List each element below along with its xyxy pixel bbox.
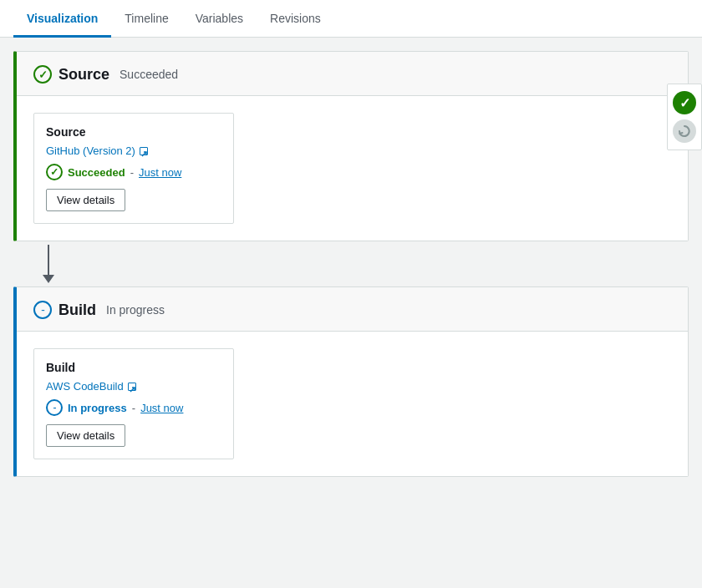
tab-timeline[interactable]: Timeline (111, 0, 181, 38)
stage-header-source: ✓SourceSucceeded (17, 52, 688, 96)
stage-status-icon-source: ✓ (33, 65, 52, 84)
side-badge-success: ✓ (673, 91, 696, 114)
arrow-line (48, 245, 49, 275)
stage-status-label-build: In progress (106, 303, 165, 317)
action-status-icon-build-action: ··· (46, 399, 63, 416)
stage-title-build: Build (58, 302, 96, 319)
stage-panel-source: ✓SourceSucceededSourceGitHub (Version 2)… (13, 51, 689, 241)
tab-visualization[interactable]: Visualization (13, 0, 111, 38)
stage-panel-build: ···BuildIn progressBuildAWS CodeBuild···… (13, 286, 689, 477)
arrow-down-icon (40, 245, 57, 283)
action-link-build-action[interactable]: AWS CodeBuild (46, 380, 136, 393)
arrow-head (43, 275, 54, 283)
action-separator-source-action: - (130, 166, 134, 179)
view-details-button-build-action[interactable]: View details (46, 424, 125, 447)
tab-revisions[interactable]: Revisions (257, 0, 334, 38)
tab-bar: VisualizationTimelineVariablesRevisions (0, 0, 702, 38)
side-badge-pending (673, 119, 696, 143)
action-status-label-source-action: Succeeded (68, 166, 125, 179)
view-details-button-source-action[interactable]: View details (46, 189, 125, 211)
action-card-title-source-action: Source (46, 125, 221, 139)
action-card-build-action: BuildAWS CodeBuild···In progress-Just no… (33, 348, 234, 459)
external-link-icon-build-action (128, 383, 136, 391)
stage-status-label-source: Succeeded (120, 68, 178, 81)
action-status-row-build-action: ···In progress-Just now (46, 399, 221, 416)
side-badges-panel: ✓ (667, 84, 702, 150)
pipeline-arrow (13, 241, 689, 286)
action-card-source-action: SourceGitHub (Version 2)✓Succeeded-Just … (33, 113, 234, 224)
action-card-title-build-action: Build (46, 361, 221, 374)
action-status-icon-source-action: ✓ (46, 164, 63, 180)
action-separator-build-action: - (132, 402, 135, 414)
action-status-label-build-action: In progress (68, 402, 127, 414)
stage-title-source: Source (58, 66, 109, 84)
stage-status-icon-build: ··· (33, 301, 52, 319)
action-link-source-action[interactable]: GitHub (Version 2) (46, 144, 148, 157)
main-content: ✓SourceSucceededSourceGitHub (Version 2)… (0, 38, 702, 490)
stage-body-build: BuildAWS CodeBuild···In progress-Just no… (17, 332, 688, 476)
stages-wrapper: ✓SourceSucceededSourceGitHub (Version 2)… (13, 51, 689, 477)
stage-body-source: SourceGitHub (Version 2)✓Succeeded-Just … (17, 96, 688, 241)
action-timestamp-build-action[interactable]: Just now (140, 402, 183, 414)
tab-variables[interactable]: Variables (182, 0, 257, 38)
action-timestamp-source-action[interactable]: Just now (139, 166, 181, 179)
external-link-icon-source-action (140, 147, 148, 155)
action-status-row-source-action: ✓Succeeded-Just now (46, 164, 221, 180)
stage-header-build: ···BuildIn progress (17, 287, 688, 332)
